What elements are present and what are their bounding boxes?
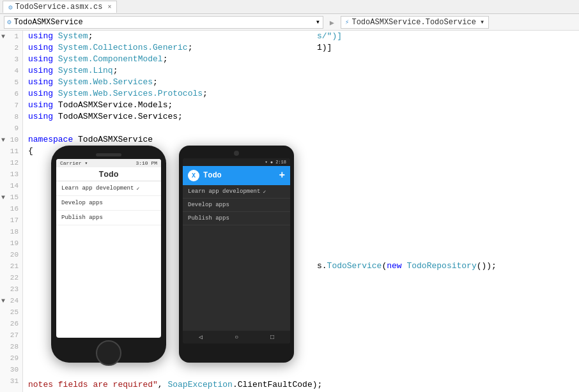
gutter-line-25: 25 (0, 306, 22, 318)
gutter-line-4: 4 (0, 65, 22, 77)
gutter-line-24: ▼ 24 (0, 295, 22, 306)
iphone-mockup: Carrier ▾ 3:10 PM Todo Learn app develop… (51, 146, 166, 363)
iphone-item-3-text: Publish apps (61, 215, 103, 221)
collapse-24[interactable]: ▼ (1, 298, 5, 305)
tab-close-button[interactable]: × (107, 4, 111, 11)
right-code-line-6: s.TodoService(new TodoRepository()); (317, 260, 579, 272)
right-code-line-2: 1)] (317, 42, 579, 54)
gutter-line-8: 8 (0, 111, 22, 123)
member-icon: ⚡ (345, 18, 350, 26)
gutter-line-17: 17 (0, 215, 22, 226)
android-icon-letter: X (192, 172, 196, 179)
file-icon: ⚙ (8, 3, 13, 11)
android-app-header: X Todo + (183, 166, 290, 185)
iphone-todo-item-2: Develop apps (56, 196, 161, 211)
gutter-line-29: 29 (0, 352, 22, 364)
gutter-line-12: 12 (0, 157, 22, 169)
iphone-item-1-text: Learn app development (61, 185, 134, 192)
gutter-line-14: 14 (0, 180, 22, 192)
right-code-line-4 (317, 65, 579, 77)
android-header-left: X Todo (188, 170, 222, 181)
android-status-bar: ▾ ● 2:18 (183, 158, 290, 166)
right-code-block: s/")] 1)] s.TodoService(new TodoReposito… (317, 31, 579, 272)
gutter-line-9: 9 (0, 123, 22, 134)
gutter-line-3: 3 (0, 54, 22, 65)
line-gutter: ▼ 1 2 3 4 5 6 7 8 9 ▼ 10 11 12 13 14 ▼ 1… (0, 31, 23, 392)
gutter-line-10: ▼ 10 (0, 134, 22, 146)
dropdown-arrow: ▾ (316, 17, 320, 27)
android-todo-item-1: Learn app development ✓ (183, 185, 290, 199)
right-code-spacer (317, 88, 579, 260)
android-item-3-text: Publish apps (188, 215, 229, 222)
android-app-title: Todo (203, 171, 222, 180)
gutter-line-23: 23 (0, 283, 22, 295)
file-tab[interactable]: ⚙ TodoService.asmx.cs × (3, 1, 117, 13)
iphone-app-title: Todo (56, 167, 161, 181)
gutter-line-19: 19 (0, 237, 22, 249)
code-editor[interactable]: using System; using System.Collections.G… (23, 31, 579, 392)
nav-bar: ⚙ TodoASMXService ▾ ▸ ⚡ TodoASMXService.… (0, 14, 579, 31)
android-item-2-text: Develop apps (188, 202, 229, 208)
member-dropdown-arrow: ▾ (480, 17, 484, 27)
android-mockup: ▾ ● 2:18 X Todo + Learn app development (179, 146, 294, 363)
class-icon: ⚙ (7, 18, 12, 26)
keyword-using-1: using (28, 31, 53, 42)
gutter-line-15: ▼ 15 (0, 192, 22, 203)
gutter-line-6: 6 (0, 88, 22, 100)
gutter-line-20: 20 (0, 249, 22, 260)
iphone-todo-item-3: Publish apps (56, 211, 161, 225)
iphone-home-button[interactable] (96, 340, 121, 366)
gutter-line-18: 18 (0, 226, 22, 237)
collapse-1[interactable]: ▼ (1, 33, 5, 40)
gutter-line-16: 16 (0, 203, 22, 215)
right-code-line-3 (317, 54, 579, 65)
android-nav-bar: ◁ ○ □ (183, 331, 290, 343)
iphone-screen: Carrier ▾ 3:10 PM Todo Learn app develop… (56, 159, 161, 338)
android-camera (234, 151, 239, 156)
gutter-line-31: 31 (0, 375, 22, 387)
android-app-icon: X (188, 170, 199, 181)
android-add-button[interactable]: + (279, 170, 285, 181)
gutter-line-2: 2 (0, 42, 22, 54)
iphone-carrier: Carrier ▾ (60, 160, 88, 166)
gutter-line-27: 27 (0, 329, 22, 341)
gutter-line-26: 26 (0, 318, 22, 329)
collapse-10[interactable]: ▼ (1, 137, 5, 144)
android-status-icons: ▾ ● 2:18 (265, 160, 286, 165)
bottom-code-line: notes fields are required", SoapExceptio… (28, 379, 579, 391)
bottom-code-content: notes fields are required", SoapExceptio… (28, 379, 579, 391)
iphone-time: 3:10 PM (135, 160, 157, 166)
iphone-status-bar: Carrier ▾ 3:10 PM (56, 159, 161, 167)
bottom-string: notes fields are required" (28, 379, 158, 391)
android-recent-button[interactable]: □ (270, 334, 274, 341)
iphone-todo-item-1: Learn app development ✓ (56, 181, 161, 196)
gutter-line-5: 5 (0, 77, 22, 88)
iphone-item-2-text: Develop apps (61, 200, 103, 206)
android-screen: ▾ ● 2:18 X Todo + Learn app development (183, 158, 290, 343)
android-todo-item-3: Publish apps (183, 212, 290, 225)
class-dropdown-label: TodoASMXService (14, 18, 83, 27)
iphone-speaker (96, 153, 121, 156)
tab-label: TodoService.asmx.cs (15, 3, 103, 11)
gutter-line-30: 30 (0, 364, 22, 375)
android-back-button[interactable]: ◁ (199, 333, 203, 341)
gutter-line-1: ▼ 1 (0, 31, 22, 42)
right-code-line-5 (317, 77, 579, 88)
member-dropdown-label: TodoASMXService.TodoService (351, 18, 475, 27)
gutter-line-13: 13 (0, 169, 22, 180)
nav-separator: ▸ (328, 15, 336, 29)
iphone-item-1-check: ✓ (136, 186, 139, 192)
collapse-15[interactable]: ▼ (1, 194, 5, 201)
gutter-line-7: 7 (0, 100, 22, 111)
gutter-line-28: 28 (0, 341, 22, 352)
android-item-1-text: Learn app development (188, 188, 260, 195)
phones-container: Carrier ▾ 3:10 PM Todo Learn app develop… (51, 146, 294, 363)
class-dropdown[interactable]: ⚙ TodoASMXService ▾ (4, 16, 323, 29)
android-todo-item-2: Develop apps (183, 199, 290, 212)
title-bar: ⚙ TodoService.asmx.cs × (0, 0, 579, 14)
member-dropdown[interactable]: ⚡ TodoASMXService.TodoService ▾ (341, 16, 489, 29)
android-item-1-check: ✓ (263, 189, 266, 195)
right-code-line-1: s/")] (317, 31, 579, 42)
android-home-button[interactable]: ○ (235, 334, 238, 341)
gutter-line-22: 22 (0, 272, 22, 283)
